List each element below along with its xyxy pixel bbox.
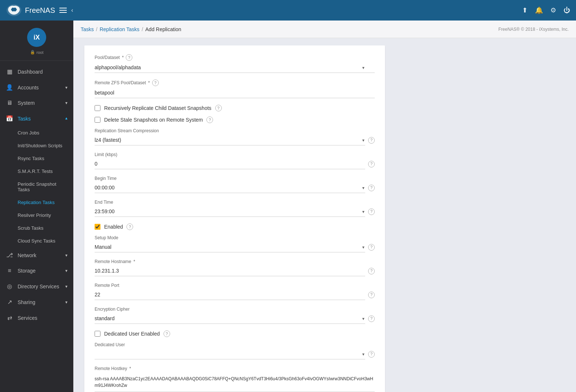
breadcrumb-current: Add Replication bbox=[145, 26, 181, 32]
tasks-icon: 📅 bbox=[6, 115, 13, 122]
sidebar-nav: ▦ Dashboard 👤 Accounts ▾ 🖥 System ▾ 📅 Ta… bbox=[0, 61, 73, 392]
sidebar-item-directory-services[interactable]: ◎ Directory Services ▾ bbox=[0, 278, 73, 294]
sidebar-item-storage[interactable]: ≡ Storage ▾ bbox=[0, 263, 73, 278]
storage-icon: ≡ bbox=[6, 267, 13, 274]
sidebar-item-cloud-sync[interactable]: Cloud Sync Tasks bbox=[0, 234, 73, 247]
form-container: Pool/Dataset * ? alphapool/alphadata ▾ R bbox=[73, 38, 576, 392]
system-arrow: ▾ bbox=[65, 100, 67, 106]
enabled-help[interactable]: ? bbox=[126, 223, 133, 230]
back-icon[interactable]: ‹ bbox=[71, 7, 73, 14]
end-time-label: End Time bbox=[95, 200, 375, 205]
copyright-text: FreeNAS® © 2018 - iXsystems, Inc. bbox=[498, 27, 569, 32]
network-arrow: ▾ bbox=[65, 253, 67, 258]
end-time-select[interactable]: 23:59:00 bbox=[95, 206, 365, 217]
begin-time-help[interactable]: ? bbox=[368, 185, 375, 191]
recursively-label: Recursively Replicate Child Dataset Snap… bbox=[104, 105, 212, 111]
delete-stale-field: Delete Stale Snapshots on Remote System … bbox=[95, 117, 375, 123]
breadcrumb-bar: Tasks / Replication Tasks / Add Replicat… bbox=[73, 21, 576, 38]
sidebar-item-cron-jobs[interactable]: Cron Jobs bbox=[0, 126, 73, 139]
logo-text: FreeNAS bbox=[25, 6, 55, 15]
setup-mode-field: Setup Mode Manual ▾ ? bbox=[95, 235, 375, 252]
remote-zfs-help[interactable]: ? bbox=[152, 79, 159, 86]
dedicated-user-help[interactable]: ? bbox=[368, 351, 375, 358]
compression-label: Replication Stream Compression bbox=[95, 128, 375, 133]
sidebar-item-services[interactable]: ⇄ Services bbox=[0, 310, 73, 326]
setup-mode-select[interactable]: Manual bbox=[95, 242, 365, 252]
sidebar-item-sharing[interactable]: ↗ Sharing ▾ bbox=[0, 294, 73, 310]
remote-hostname-input[interactable] bbox=[95, 266, 365, 276]
hamburger-menu[interactable] bbox=[59, 8, 67, 13]
delete-stale-label: Delete Stale Snapshots on Remote System bbox=[104, 117, 203, 123]
sidebar-item-tasks[interactable]: 📅 Tasks ▾ bbox=[0, 111, 73, 126]
network-icon: ⎇ bbox=[6, 252, 13, 259]
sidebar-item-accounts[interactable]: 👤 Accounts ▾ bbox=[0, 79, 73, 95]
setup-mode-wrapper: Manual ▾ ? bbox=[95, 242, 375, 252]
pool-dataset-wrapper: alphapool/alphadata ▾ bbox=[95, 62, 375, 73]
breadcrumb-replication-tasks[interactable]: Replication Tasks bbox=[100, 26, 140, 32]
pool-dataset-label: Pool/Dataset * ? bbox=[95, 54, 375, 61]
remote-zfs-label: Remote ZFS Pool/Dataset * ? bbox=[95, 79, 375, 86]
begin-time-select[interactable]: 00:00:00 bbox=[95, 182, 365, 193]
directory-icon: ◎ bbox=[6, 283, 13, 290]
recursively-field: Recursively Replicate Child Dataset Snap… bbox=[95, 105, 375, 111]
sidebar-item-system[interactable]: 🖥 System ▾ bbox=[0, 95, 73, 111]
storage-arrow: ▾ bbox=[65, 268, 67, 273]
enabled-checkbox[interactable] bbox=[95, 224, 100, 230]
enabled-label: Enabled bbox=[104, 224, 123, 230]
encryption-cipher-help[interactable]: ? bbox=[368, 315, 375, 322]
remote-port-help[interactable]: ? bbox=[368, 292, 375, 298]
pool-dataset-help[interactable]: ? bbox=[126, 54, 132, 61]
sidebar-item-init-shutdown[interactable]: Init/Shutdown Scripts bbox=[0, 139, 73, 152]
limit-input[interactable] bbox=[95, 159, 365, 169]
dedicated-user-enabled-label: Dedicated User Enabled bbox=[104, 331, 160, 337]
topbar: FreeNAS ‹ ⬆ 🔔 ⚙ ⏻ bbox=[0, 0, 576, 21]
upload-icon[interactable]: ⬆ bbox=[522, 6, 528, 14]
dedicated-user-enabled-checkbox[interactable] bbox=[95, 331, 100, 337]
compression-select[interactable]: lz4 (fastest) bbox=[95, 135, 365, 145]
pool-dataset-select[interactable]: alphapool/alphadata bbox=[95, 62, 375, 73]
compression-help[interactable]: ? bbox=[368, 137, 375, 144]
recursively-checkbox[interactable] bbox=[95, 105, 100, 111]
sidebar-item-smart-tests[interactable]: S.M.A.R.T. Tests bbox=[0, 165, 73, 178]
profile-name: 🔒 root bbox=[30, 50, 44, 55]
sidebar-profile: iX 🔒 root bbox=[0, 21, 73, 61]
dedicated-user-enabled-field: Dedicated User Enabled ? bbox=[95, 330, 375, 337]
encryption-cipher-label: Encryption Cipher bbox=[95, 307, 375, 312]
dedicated-user-select[interactable] bbox=[95, 349, 365, 359]
topbar-icons: ⬆ 🔔 ⚙ ⏻ bbox=[522, 6, 570, 14]
remote-hostkey-value: ssh-rsa AAAAB3NzaC1yc2EAAAADAQABAAABAQDG… bbox=[95, 373, 375, 392]
end-time-help[interactable]: ? bbox=[368, 208, 375, 215]
dedicated-user-enabled-help[interactable]: ? bbox=[164, 330, 170, 337]
setup-mode-help[interactable]: ? bbox=[368, 244, 375, 251]
delete-stale-checkbox[interactable] bbox=[95, 117, 100, 123]
sharing-icon: ↗ bbox=[6, 299, 13, 306]
remote-zfs-input[interactable] bbox=[95, 88, 375, 98]
sidebar-item-network[interactable]: ⎇ Network ▾ bbox=[0, 247, 73, 263]
bell-icon[interactable]: 🔔 bbox=[535, 6, 543, 14]
sidebar-item-rsync-tasks[interactable]: Rsync Tasks bbox=[0, 152, 73, 165]
breadcrumb-sep-2: / bbox=[142, 26, 143, 32]
power-icon[interactable]: ⏻ bbox=[564, 7, 570, 14]
remote-hostname-field: Remote Hostname * ? bbox=[95, 259, 375, 276]
logo[interactable]: FreeNAS bbox=[6, 4, 55, 17]
directory-arrow: ▾ bbox=[65, 284, 67, 289]
end-time-wrapper: 23:59:00 ▾ ? bbox=[95, 206, 375, 217]
limit-help[interactable]: ? bbox=[368, 161, 375, 167]
remote-port-input[interactable] bbox=[95, 289, 365, 300]
remote-hostkey-field: Remote Hostkey * ssh-rsa AAAAB3NzaC1yc2E… bbox=[95, 366, 375, 392]
sidebar-item-replication-tasks[interactable]: Replication Tasks bbox=[0, 196, 73, 209]
system-icon: 🖥 bbox=[6, 100, 13, 106]
sidebar-item-resilver-priority[interactable]: Resilver Priority bbox=[0, 209, 73, 222]
breadcrumb-sep-1: / bbox=[96, 26, 98, 32]
sidebar-item-dashboard[interactable]: ▦ Dashboard bbox=[0, 64, 73, 79]
breadcrumb-tasks[interactable]: Tasks bbox=[81, 26, 94, 32]
sidebar-item-periodic-snapshot[interactable]: Periodic Snapshot Tasks bbox=[0, 178, 73, 196]
gear-icon[interactable]: ⚙ bbox=[550, 6, 556, 14]
delete-stale-help[interactable]: ? bbox=[206, 117, 213, 123]
encryption-cipher-select[interactable]: standard bbox=[95, 313, 365, 324]
dashboard-icon: ▦ bbox=[6, 68, 13, 75]
remote-hostname-help[interactable]: ? bbox=[368, 268, 375, 274]
recursively-help[interactable]: ? bbox=[215, 105, 222, 111]
limit-field: Limit (kbps) ? bbox=[95, 152, 375, 169]
sidebar-item-scrub-tasks[interactable]: Scrub Tasks bbox=[0, 222, 73, 234]
